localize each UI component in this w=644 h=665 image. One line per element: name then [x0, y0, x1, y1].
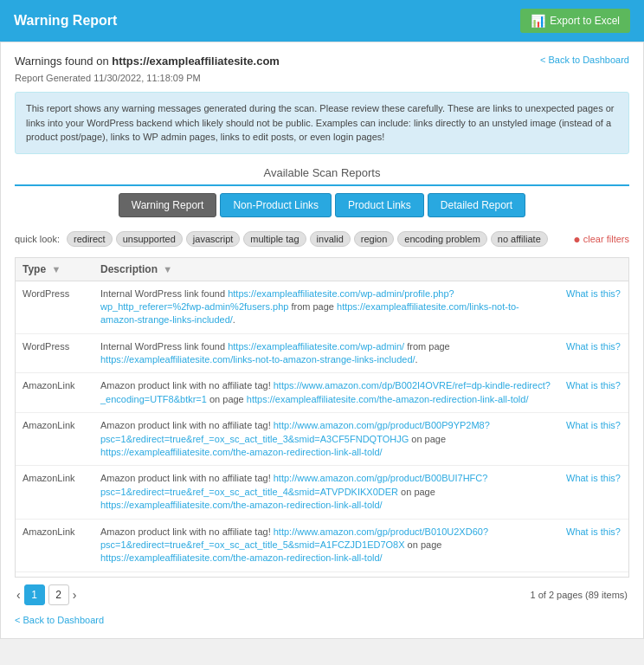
tab-detailed-report[interactable]: Detailed Report: [428, 193, 525, 217]
cell-description: Amazon product link with no affiliate ta…: [93, 373, 559, 413]
filter-encoding-problem[interactable]: encoding problem: [397, 231, 486, 247]
cell-description: Amazon product link with no affiliate ta…: [93, 413, 559, 466]
quick-look-label: quick look:: [15, 234, 60, 244]
type-filter-icon[interactable]: ▼: [51, 264, 61, 274]
scan-reports-label: Available Scan Reports: [15, 166, 629, 186]
row-link-2[interactable]: https://exampleaffiliatesite.com/the-ama…: [247, 394, 529, 404]
col-description: Description ▼: [93, 258, 559, 281]
scan-reports-tabs: Warning Report Non-Product Links Product…: [15, 193, 629, 217]
tab-non-product-links[interactable]: Non-Product Links: [220, 193, 332, 217]
row-link-1[interactable]: https://exampleaffiliatesite.com/wp-admi…: [228, 341, 404, 352]
cell-action: What is this?: [559, 466, 628, 519]
table-row: AmazonLinkAmazon product link with no af…: [16, 466, 628, 519]
cell-action: What is this?: [559, 373, 628, 413]
warnings-table-wrapper[interactable]: Type ▼ Description ▼ WordPressInternal W…: [15, 257, 629, 578]
cell-action: What is this?: [559, 281, 628, 333]
clear-filters-button[interactable]: ● clear filters: [573, 232, 629, 246]
cell-action: What is this?: [559, 333, 628, 373]
filter-redirect[interactable]: redirect: [67, 231, 113, 247]
cell-type: AmazonLink: [16, 373, 93, 413]
row-link-2[interactable]: https://exampleaffiliatesite.com/the-ama…: [100, 447, 383, 457]
tab-product-links[interactable]: Product Links: [335, 193, 424, 217]
cell-description: Internal WordPress link found https://ex…: [93, 281, 559, 333]
filter-multiple-tag[interactable]: multiple tag: [243, 231, 306, 247]
row-link-2[interactable]: https://exampleaffiliatesite.com/links-n…: [100, 354, 415, 365]
bottom-back-section: < Back to Dashboard: [15, 607, 629, 629]
back-to-dashboard-bottom[interactable]: < Back to Dashboard: [15, 615, 104, 625]
excel-icon: 📊: [531, 14, 545, 28]
row-link-2[interactable]: https://exampleaffiliatesite.com/the-ama…: [100, 552, 383, 563]
top-info-row: Warnings found on https://exampleaffilia…: [15, 55, 629, 68]
table-row: AmazonLinkAmazon product link with no af…: [16, 373, 628, 413]
page-next-button[interactable]: ›: [73, 588, 77, 602]
col-action: [559, 258, 628, 281]
what-is-this-link[interactable]: What is this?: [566, 288, 621, 299]
table-row: AmazonLinkAmazon product link with no af…: [16, 519, 628, 571]
cell-description: Internal WordPress link found https://ex…: [93, 333, 559, 373]
page-2-button[interactable]: 2: [48, 584, 69, 605]
desc-filter-icon[interactable]: ▼: [163, 264, 172, 274]
page-prev-button[interactable]: ‹: [16, 588, 21, 602]
clear-dot-icon: ●: [573, 232, 580, 246]
pagination-controls: ‹ 1 2 ›: [16, 584, 76, 605]
page-1-button[interactable]: 1: [24, 584, 45, 605]
filter-javascript[interactable]: javascript: [186, 231, 240, 247]
app-header: Warning Report 📊 Export to Excel: [0, 0, 644, 42]
page-info: 1 of 2 pages (89 items): [530, 590, 628, 600]
warnings-table: Type ▼ Description ▼ WordPressInternal W…: [16, 258, 628, 578]
table-row: WordPressInternal WordPress link found h…: [16, 333, 628, 373]
scan-reports-section: Available Scan Reports Warning Report No…: [15, 166, 629, 217]
cell-type: WordPress: [16, 333, 93, 373]
table-header-row: Type ▼ Description ▼: [16, 258, 628, 281]
tab-warning-report[interactable]: Warning Report: [119, 193, 217, 217]
cell-type: AmazonLink: [16, 519, 93, 571]
cell-action: What is this?: [559, 519, 628, 571]
what-is-this-link[interactable]: What is this?: [566, 380, 621, 391]
cell-description: Amazon product link with no affiliate ta…: [93, 466, 559, 519]
filter-no-affiliate[interactable]: no affiliate: [491, 231, 548, 247]
export-button[interactable]: 📊 Export to Excel: [520, 9, 630, 33]
what-is-this-link[interactable]: What is this?: [566, 420, 621, 430]
report-date: Report Generated 11/30/2022, 11:18:09 PM: [15, 73, 629, 83]
table-row: AmazonLinkAmazon product link with no af…: [16, 413, 628, 466]
filter-invalid[interactable]: invalid: [310, 231, 351, 247]
col-type: Type ▼: [16, 258, 93, 281]
site-url: https://exampleaffiliatesite.com: [112, 55, 280, 68]
table-body: WordPressInternal WordPress link found h…: [16, 281, 628, 578]
warnings-heading: Warnings found on https://exampleaffilia…: [15, 55, 280, 68]
table-row: WordPressInternal WordPress link found h…: [16, 281, 628, 333]
what-is-this-link[interactable]: What is this?: [566, 473, 621, 483]
app-title: Warning Report: [14, 13, 117, 29]
cell-description: Amazon product link with no affiliate ta…: [93, 519, 559, 571]
filter-unsupported[interactable]: unsupported: [116, 231, 183, 247]
what-is-this-link[interactable]: What is this?: [566, 341, 621, 352]
filter-region[interactable]: region: [354, 231, 395, 247]
what-is-this-link[interactable]: What is this?: [566, 526, 621, 537]
pagination-bar: ‹ 1 2 › 1 of 2 pages (89 items): [15, 578, 629, 607]
cell-type: WordPress: [16, 281, 93, 333]
cell-type: AmazonLink: [16, 466, 93, 519]
quick-look-filters: quick look: redirect unsupported javascr…: [15, 228, 629, 250]
row-link-2[interactable]: https://exampleaffiliatesite.com/the-ama…: [100, 500, 383, 510]
cell-type: AmazonLink: [16, 413, 93, 466]
warnings-prefix: Warnings found on: [15, 55, 109, 68]
main-content: Warnings found on https://exampleaffilia…: [0, 42, 644, 639]
info-box: This report shows any warning messages g…: [15, 92, 629, 154]
cell-action: What is this?: [559, 413, 628, 466]
back-to-dashboard-top[interactable]: < Back to Dashboard: [540, 55, 629, 65]
